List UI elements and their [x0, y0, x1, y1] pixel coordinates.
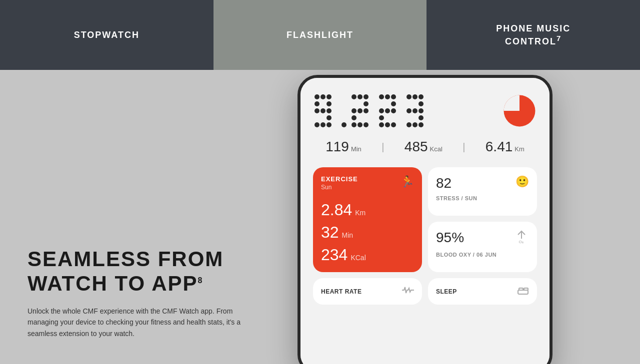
pie-chart	[502, 93, 537, 128]
svg-text:O₂: O₂	[518, 240, 523, 244]
bottom-widgets: HEART RATE SLEEP	[313, 278, 537, 305]
digit-9	[313, 93, 338, 129]
svg-point-8	[326, 115, 332, 120]
svg-point-34	[391, 122, 396, 127]
svg-point-22	[358, 122, 362, 127]
digit-comma	[340, 93, 348, 129]
stress-widget: 82 🙂 STRESS / SUN	[428, 167, 537, 216]
svg-rect-49	[519, 288, 523, 290]
svg-point-28	[379, 108, 384, 113]
blood-oxy-widget: 95% O₂ BLOOD OXY / 06 JUN	[428, 222, 537, 272]
svg-point-37	[418, 94, 424, 99]
svg-point-41	[418, 108, 424, 113]
exercise-header: EXERCISE Sun 🏃	[321, 175, 414, 191]
exercise-calories: 234 KCal	[321, 246, 414, 264]
svg-point-38	[418, 101, 424, 106]
digit-2	[350, 93, 375, 129]
svg-point-18	[358, 108, 362, 113]
svg-rect-48	[518, 290, 528, 294]
svg-point-25	[385, 94, 390, 99]
svg-point-43	[406, 122, 412, 127]
svg-point-29	[385, 108, 390, 113]
widget-grid: EXERCISE Sun 🏃 2.84 Km 32	[313, 167, 537, 272]
svg-point-1	[320, 94, 326, 99]
svg-point-21	[352, 122, 356, 127]
phone-container: 119 Min | 485 Kcal | 6.41 Km	[280, 70, 570, 364]
stats-row: 119 Min | 485 Kcal | 6.41 Km	[313, 139, 537, 155]
svg-point-27	[391, 101, 396, 106]
oxygen-icon: O₂	[514, 230, 529, 248]
svg-point-33	[385, 122, 390, 127]
svg-point-42	[418, 115, 424, 120]
digit-3	[405, 93, 430, 129]
svg-point-4	[326, 101, 332, 106]
stat-min: 119 Min	[326, 139, 362, 155]
exercise-distance: 2.84 Km	[321, 201, 414, 219]
seamless-title: SEAMLESS FROM WATCH TO APP8	[28, 247, 252, 296]
svg-point-5	[314, 108, 320, 113]
phone-screen: 119 Min | 485 Kcal | 6.41 Km	[300, 78, 550, 364]
svg-point-16	[364, 101, 368, 106]
svg-point-40	[412, 108, 418, 113]
svg-point-24	[379, 94, 384, 99]
phone-mockup: 119 Min | 485 Kcal | 6.41 Km	[298, 75, 552, 364]
seamless-description: Unlock the whole CMF experience with the…	[28, 306, 242, 339]
svg-point-32	[379, 122, 384, 127]
steps-section	[313, 93, 537, 129]
nav-flashlight[interactable]: FLASHLIGHT	[214, 0, 427, 70]
svg-point-14	[358, 94, 362, 99]
steps-display	[313, 93, 430, 129]
sleep-icon	[517, 285, 529, 298]
heart-rate-icon	[402, 285, 414, 298]
svg-point-20	[352, 115, 356, 120]
run-icon: 🏃	[400, 175, 414, 188]
nav-phone-music[interactable]: PHONE MUSICCONTROL7	[426, 0, 640, 70]
svg-point-13	[352, 94, 356, 99]
svg-point-17	[352, 108, 356, 113]
svg-point-45	[418, 122, 424, 127]
stat-kcal: 485 Kcal	[404, 139, 442, 155]
svg-point-12	[342, 122, 346, 127]
svg-point-9	[314, 122, 320, 127]
svg-point-7	[326, 108, 332, 113]
exercise-widget: EXERCISE Sun 🏃 2.84 Km 32	[313, 167, 422, 272]
stat-km: 6.41 Km	[486, 139, 524, 155]
exercise-stats: 2.84 Km 32 Min 234 KCal	[321, 201, 414, 264]
sleep-widget: SLEEP	[428, 278, 537, 305]
svg-point-3	[314, 101, 320, 106]
smiley-icon: 🙂	[516, 175, 529, 188]
svg-point-6	[320, 108, 326, 113]
left-panel: SEAMLESS FROM WATCH TO APP8 Unlock the w…	[0, 70, 280, 364]
svg-point-0	[314, 94, 320, 99]
svg-point-44	[412, 122, 418, 127]
digit-2b	[378, 93, 402, 129]
svg-point-39	[406, 108, 412, 113]
top-navigation: STOPWATCH FLASHLIGHT PHONE MUSICCONTROL7	[0, 0, 640, 70]
svg-point-30	[391, 108, 396, 113]
exercise-time: 32 Min	[321, 223, 414, 242]
nav-stopwatch[interactable]: STOPWATCH	[0, 0, 214, 70]
svg-point-26	[391, 94, 396, 99]
svg-point-35	[406, 94, 412, 99]
svg-point-36	[412, 94, 418, 99]
svg-point-2	[326, 94, 332, 99]
svg-rect-50	[524, 288, 528, 290]
svg-point-10	[320, 122, 326, 127]
svg-point-15	[364, 94, 368, 99]
svg-point-23	[364, 122, 368, 127]
heart-rate-widget: HEART RATE	[313, 278, 422, 305]
svg-point-11	[326, 122, 332, 127]
svg-point-31	[379, 115, 384, 120]
svg-point-19	[364, 108, 368, 113]
